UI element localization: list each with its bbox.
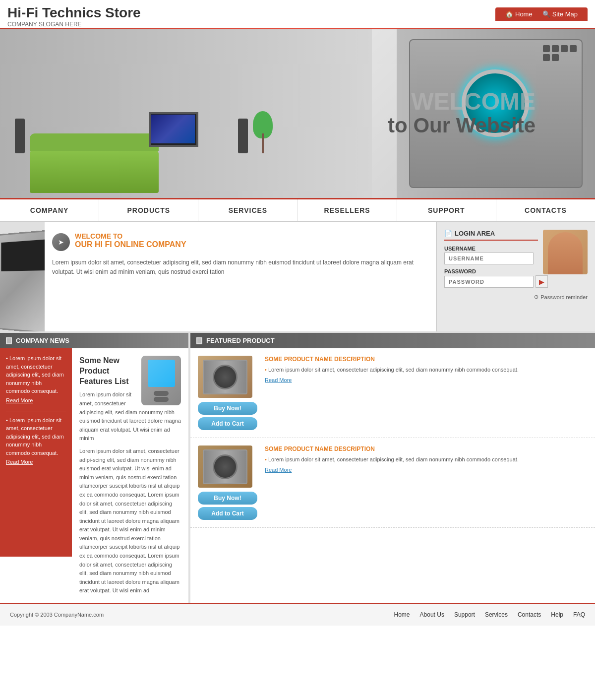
hero-text: WELCOME to Our Website (388, 90, 536, 137)
product-2-info: SOME PRODUCT NAME DESCRIPTION Lorem ipsu… (265, 445, 588, 520)
footer-link-support[interactable]: Support (454, 611, 475, 618)
login-avatar (543, 230, 588, 274)
news-wrapper: Lorem ipsum dolor sit amet, consectetuer… (0, 348, 188, 603)
site-header: Hi-Fi Technics Store COMPANY SLOGAN HERE… (0, 0, 595, 28)
welcome-section: ➤ WELCOME TO OUR HI FI ONLINE COMPANY Lo… (45, 222, 436, 331)
footer-link-home[interactable]: Home (394, 611, 410, 618)
speaker-right-decor (238, 119, 248, 153)
hifi-btn-1 (543, 45, 550, 52)
site-branding: Hi-Fi Technics Store COMPANY SLOGAN HERE (7, 5, 141, 28)
speaker-left-decor (15, 119, 25, 153)
nav-home-link[interactable]: 🏠 Home (505, 10, 533, 18)
product-2-image (198, 445, 252, 488)
nav-item-resellers[interactable]: RESELLERS (298, 199, 397, 221)
pda-image (141, 356, 181, 405)
product-1-cart-button[interactable]: Add to Cart (198, 417, 257, 430)
sidebar-tv (0, 222, 45, 331)
hero-banner: WELCOME to Our Website (0, 29, 595, 198)
welcome-title: OUR HI FI ONLINE COMPANY (75, 240, 186, 249)
featured-doc-icon (196, 337, 202, 344)
product-row-2: Buy Now! Add to Cart SOME PRODUCT NAME D… (190, 438, 595, 528)
nav-item-support[interactable]: SUPPORT (397, 199, 496, 221)
product-1-name: SOME PRODUCT NAME DESCRIPTION (265, 356, 588, 363)
login-area: 📄 LOGIN AREA USERNAME PASSWORD ▶ ⊙ Passw… (436, 222, 595, 331)
product-2-cart-button[interactable]: Add to Cart (198, 507, 257, 520)
product-2-desc: Lorem ipsum dolor sit amet, consectetuer… (265, 455, 588, 464)
product-2-read-more[interactable]: Read More (265, 467, 588, 473)
news-item-2-read-more[interactable]: Read More (6, 459, 66, 465)
product-2-name: SOME PRODUCT NAME DESCRIPTION (265, 445, 588, 452)
plant-trunk (262, 133, 264, 153)
tv-decor (149, 112, 198, 147)
speaker-image-2 (203, 449, 247, 484)
footer-link-faq[interactable]: FAQ (573, 611, 585, 618)
product-1-info: SOME PRODUCT NAME DESCRIPTION Lorem ipsu… (265, 356, 588, 430)
product-row-1: Buy Now! Add to Cart SOME PRODUCT NAME D… (190, 348, 595, 438)
news-item-2-text: Lorem ipsum dolor sit amet, consectetuer… (6, 416, 66, 457)
site-footer: Copyright © 2003 CompanyName.com Home Ab… (0, 603, 595, 626)
news-feature: Some New Product Features List Lorem ips… (72, 348, 188, 603)
product-1-desc: Lorem ipsum dolor sit amet, consectetuer… (265, 366, 588, 374)
product-2-buttons: Buy Now! Add to Cart (198, 492, 257, 520)
news-divider (6, 411, 66, 411)
nav-item-company[interactable]: COMPANY (0, 199, 99, 221)
news-doc-icon (6, 337, 12, 344)
hero-subtitle-text: to Our Website (388, 114, 536, 137)
welcome-body: Lorem ipsum dolor sit amet, consectetuer… (52, 258, 426, 277)
product-1-read-more[interactable]: Read More (265, 377, 588, 383)
company-news-header: COMPANY NEWS (0, 333, 188, 348)
footer-link-services[interactable]: Services (485, 611, 508, 618)
hifi-btn-3 (561, 45, 568, 52)
welcome-icon-circle: ➤ (52, 233, 70, 251)
pda-screen (148, 360, 175, 387)
product-2-buy-button[interactable]: Buy Now! (198, 492, 257, 505)
hifi-controls (543, 45, 577, 61)
home-icon: 🏠 (505, 10, 513, 18)
nav-item-products[interactable]: PRODUCTS (99, 199, 198, 221)
password-input[interactable] (444, 276, 534, 288)
welcome-pretitle: WELCOME TO (75, 232, 186, 240)
news-items-list: Lorem ipsum dolor sit amet, consectetuer… (0, 348, 72, 557)
product-1-buttons: Buy Now! Add to Cart (198, 402, 257, 430)
username-input[interactable] (444, 253, 534, 264)
plant-decor (253, 114, 273, 153)
main-navbar: COMPANY PRODUCTS SERVICES RESELLERS SUPP… (0, 198, 595, 222)
news-item-1-read-more[interactable]: Read More (6, 397, 66, 403)
hero-room-scene (0, 29, 372, 198)
news-item-1-text: Lorem ipsum dolor sit amet, consectetuer… (6, 354, 66, 395)
login-header: 📄 LOGIN AREA (444, 230, 538, 241)
document-icon: 📄 (444, 230, 452, 237)
product-1-image-area: Buy Now! Add to Cart (198, 356, 257, 430)
login-submit-button[interactable]: ▶ (536, 275, 548, 288)
site-slogan: COMPANY SLOGAN HERE (7, 21, 141, 28)
site-title: Hi-Fi Technics Store (7, 5, 141, 21)
featured-product-section: FEATURED PRODUCT Buy Now! Add to Cart SO… (189, 333, 595, 603)
speaker-image-1 (203, 360, 247, 394)
nav-item-contacts[interactable]: CONTACTS (496, 199, 595, 221)
footer-link-help[interactable]: Help (551, 611, 563, 618)
content-area: COMPANY NEWS Lorem ipsum dolor sit amet,… (0, 332, 595, 603)
welcome-block: ➤ WELCOME TO OUR HI FI ONLINE COMPANY Lo… (0, 222, 436, 331)
footer-navigation: Home About Us Support Services Contacts … (394, 611, 585, 618)
password-reminder-link[interactable]: ⊙ Password reminder (444, 294, 588, 300)
product-1-buy-button[interactable]: Buy Now! (198, 402, 257, 415)
sofa-decor (30, 148, 159, 193)
featured-header: FEATURED PRODUCT (190, 333, 595, 348)
product-1-image (198, 356, 252, 398)
nav-item-services[interactable]: SERVICES (198, 199, 298, 221)
product-2-image-area: Buy Now! Add to Cart (198, 445, 257, 520)
hero-welcome-text: WELCOME (388, 90, 536, 114)
reminder-icon: ⊙ (534, 294, 538, 300)
welcome-login-section: ➤ WELCOME TO OUR HI FI ONLINE COMPANY Lo… (0, 222, 595, 332)
news-item-1: Lorem ipsum dolor sit amet, consectetuer… (6, 354, 66, 403)
company-news-section: COMPANY NEWS Lorem ipsum dolor sit amet,… (0, 333, 188, 603)
tv-screen (151, 115, 195, 143)
footer-link-contacts[interactable]: Contacts (518, 611, 541, 618)
tv-stand-decor (149, 112, 198, 148)
top-nav: 🏠 Home 🔍 Site Map (495, 5, 588, 21)
nav-sitemap-link[interactable]: 🔍 Site Map (542, 10, 578, 18)
hifi-btn-6 (552, 54, 559, 61)
avatar-face (548, 232, 583, 274)
footer-link-about[interactable]: About Us (420, 611, 444, 618)
tv-sidebar-screen (1, 240, 45, 271)
